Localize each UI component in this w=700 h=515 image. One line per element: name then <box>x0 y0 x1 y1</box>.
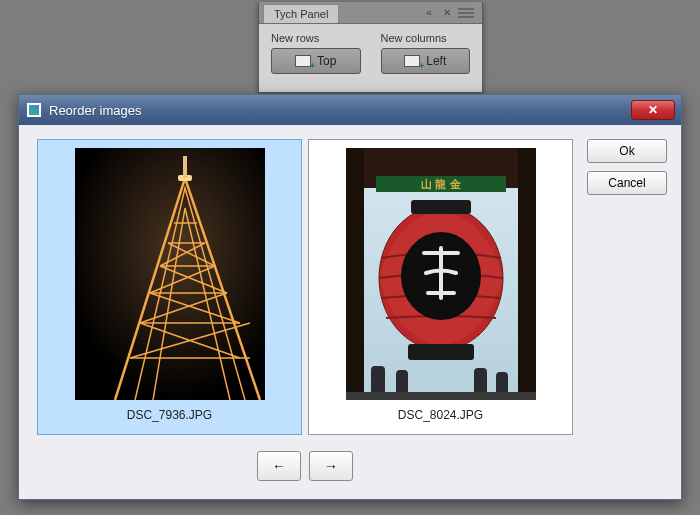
thumbnail-2[interactable]: 山 龍 金 <box>308 139 573 435</box>
tych-panel: Tych Panel « ✕ New rows Top New columns … <box>258 2 483 93</box>
left-button-label: Left <box>426 54 446 68</box>
svg-rect-26 <box>346 392 536 400</box>
top-button-label: Top <box>317 54 336 68</box>
svg-rect-1 <box>75 148 265 400</box>
top-button[interactable]: Top <box>271 48 361 74</box>
window-icon <box>27 103 41 117</box>
arrow-right-icon: → <box>324 458 338 474</box>
nav-left-button[interactable]: ← <box>257 451 301 481</box>
menu-icon[interactable] <box>458 8 478 18</box>
left-button[interactable]: Left <box>381 48 471 74</box>
thumbnail-2-image: 山 龍 金 <box>346 148 536 400</box>
collapse-icon[interactable]: « <box>422 6 436 20</box>
svg-rect-10 <box>183 156 187 178</box>
titlebar[interactable]: Reorder images ✕ <box>19 95 681 125</box>
close-button[interactable]: ✕ <box>631 100 675 120</box>
thumbnail-2-caption: DSC_8024.JPG <box>398 408 483 422</box>
thumbnail-1[interactable]: DSC_7936.JPG <box>37 139 302 435</box>
dialog-title: Reorder images <box>49 103 631 118</box>
svg-rect-14 <box>518 148 536 400</box>
nav-right-button[interactable]: → <box>309 451 353 481</box>
close-icon[interactable]: ✕ <box>440 6 454 20</box>
svg-rect-13 <box>346 148 364 400</box>
panel-header: Tych Panel « ✕ <box>259 2 482 24</box>
panel-tab[interactable]: Tych Panel <box>263 4 339 23</box>
arrow-left-icon: ← <box>272 458 286 474</box>
cancel-button[interactable]: Cancel <box>587 171 667 195</box>
svg-rect-21 <box>408 344 474 360</box>
panel-body: New rows Top New columns Left <box>259 24 482 92</box>
row-icon <box>295 55 311 67</box>
column-icon <box>404 55 420 67</box>
svg-rect-20 <box>411 200 471 214</box>
svg-text:山 龍 金: 山 龍 金 <box>421 178 461 190</box>
thumbnail-1-caption: DSC_7936.JPG <box>127 408 212 422</box>
thumbnail-1-image <box>75 148 265 400</box>
new-columns-label: New columns <box>381 32 471 44</box>
reorder-dialog: Reorder images ✕ <box>18 94 682 500</box>
ok-button[interactable]: Ok <box>587 139 667 163</box>
new-rows-label: New rows <box>271 32 361 44</box>
